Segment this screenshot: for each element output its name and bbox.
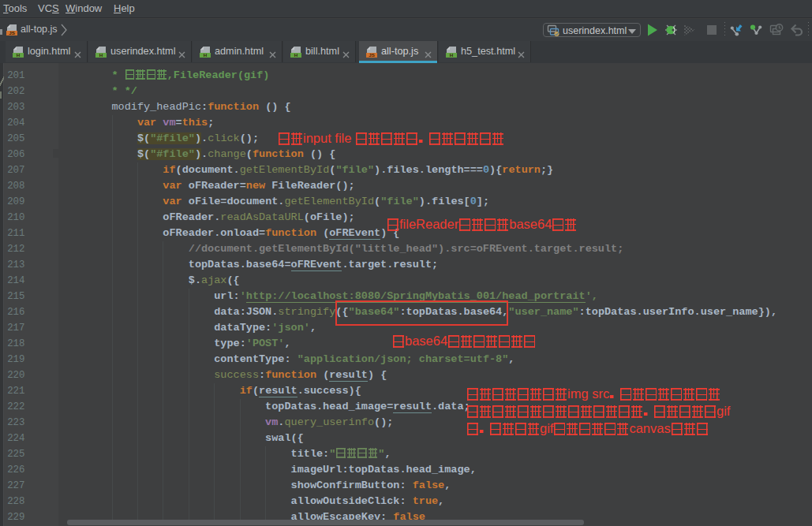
svg-text:H: H (294, 52, 298, 58)
svg-text:H: H (99, 52, 103, 58)
svg-text:H: H (17, 52, 21, 58)
svg-text:JS: JS (369, 52, 375, 58)
svg-text:H: H (450, 52, 454, 58)
svg-text:JS: JS (9, 30, 15, 35)
svg-text:H: H (204, 52, 208, 58)
